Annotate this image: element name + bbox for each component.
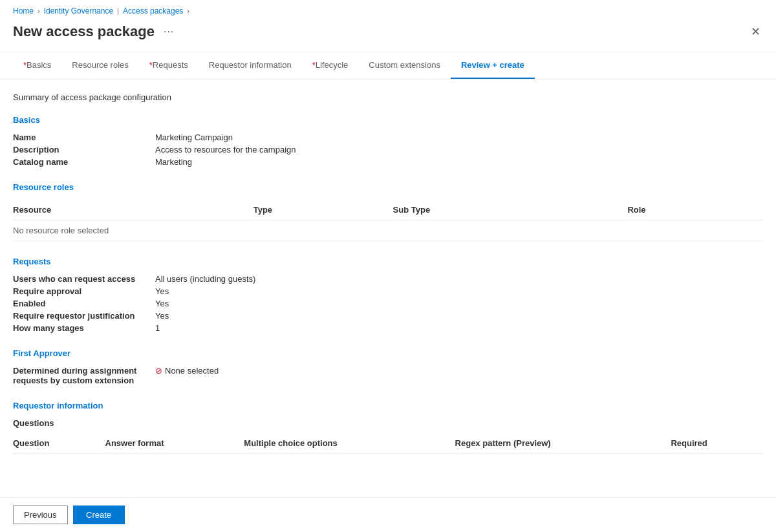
field-row-stages: How many stages 1 [13, 323, 763, 333]
resource-roles-section: Resource roles Resource Type Sub Type Ro… [13, 182, 763, 241]
col-role: Role [627, 200, 763, 220]
first-approver-section-title[interactable]: First Approver [13, 348, 763, 358]
previous-button[interactable]: Previous [13, 505, 68, 524]
questions-table: Question Answer format Multiple choice o… [13, 433, 763, 454]
field-label-stages: How many stages [13, 323, 155, 333]
field-row-who-can-request: Users who can request access All users (… [13, 274, 763, 284]
field-label-require-approval: Require approval [13, 286, 155, 296]
requestor-information-section-title[interactable]: Requestor information [13, 401, 763, 410]
col-subtype: Sub Type [393, 200, 628, 220]
requestor-information-section: Requestor information Questions Question… [13, 401, 763, 454]
resource-roles-section-title[interactable]: Resource roles [13, 182, 763, 192]
breadcrumb-home[interactable]: Home [13, 6, 34, 16]
field-label-enabled: Enabled [13, 299, 155, 308]
breadcrumb-access-packages[interactable]: Access packages [123, 6, 183, 16]
page-title: New access package [13, 23, 155, 40]
field-row-description: Description Access to resources for the … [13, 145, 763, 154]
field-label-first-approver: Determined during assignment requests by… [13, 366, 155, 385]
basics-section-title[interactable]: Basics [13, 115, 763, 125]
tab-review-create[interactable]: Review + create [451, 52, 535, 79]
col-answer-format: Answer format [105, 433, 244, 454]
tab-custom-extensions[interactable]: Custom extensions [358, 52, 451, 79]
field-value-stages: 1 [155, 323, 160, 333]
col-type: Type [253, 200, 393, 220]
tab-requests[interactable]: *Requests [139, 52, 199, 79]
col-question: Question [13, 433, 105, 454]
requests-section: Requests Users who can request access Al… [13, 257, 763, 333]
field-label-who-can-request: Users who can request access [13, 274, 155, 284]
field-row-catalog-name: Catalog name Marketing [13, 157, 763, 167]
resource-roles-table: Resource Type Sub Type Role No resource … [13, 200, 763, 241]
breadcrumb-sep-2: | [117, 7, 119, 15]
col-resource: Resource [13, 200, 253, 220]
field-value-require-justification: Yes [155, 311, 169, 321]
first-approver-value: ⊘ None selected [155, 366, 219, 376]
field-label-require-justification: Require requestor justification [13, 311, 155, 321]
content-area: Summary of access package configuration … [0, 80, 776, 508]
col-multiple-choice: Multiple choice options [244, 433, 455, 454]
page-header: New access package ··· ✕ [0, 19, 776, 52]
field-label-catalog-name: Catalog name [13, 157, 155, 167]
first-approver-section: First Approver Determined during assignm… [13, 348, 763, 385]
col-required: Required [671, 433, 763, 454]
breadcrumb-sep-1: › [38, 7, 40, 15]
breadcrumb-sep-3: › [187, 7, 189, 15]
page-title-row: New access package ··· [13, 23, 177, 40]
field-row-enabled: Enabled Yes [13, 299, 763, 308]
summary-text: Summary of access package configuration [13, 92, 763, 102]
questions-label: Questions [13, 418, 763, 428]
tabs-navigation: *Basics Resource roles *Requests Request… [0, 52, 776, 80]
field-value-description: Access to resources for the campaign [155, 145, 296, 154]
tab-requestor-information[interactable]: Requestor information [199, 52, 302, 79]
no-resource-message: No resource role selected [13, 220, 763, 241]
field-label-name: Name [13, 133, 155, 142]
tab-resource-roles[interactable]: Resource roles [61, 52, 138, 79]
close-button[interactable]: ✕ [748, 22, 763, 41]
field-row-require-approval: Require approval Yes [13, 286, 763, 296]
field-row-require-justification: Require requestor justification Yes [13, 311, 763, 321]
field-row-name: Name Marketing Campaign [13, 133, 763, 142]
no-resource-row: No resource role selected [13, 220, 763, 241]
tab-lifecycle[interactable]: *Lifecycle [302, 52, 359, 79]
footer-bar: Previous Create [0, 497, 776, 532]
error-icon: ⊘ [155, 366, 162, 376]
field-row-first-approver: Determined during assignment requests by… [13, 366, 763, 385]
ellipsis-button[interactable]: ··· [161, 25, 177, 39]
requests-fields: Users who can request access All users (… [13, 274, 763, 333]
basics-fields: Name Marketing Campaign Description Acce… [13, 133, 763, 167]
requests-section-title[interactable]: Requests [13, 257, 763, 266]
field-value-who-can-request: All users (including guests) [155, 274, 255, 284]
field-value-name: Marketing Campaign [155, 133, 233, 142]
breadcrumb: Home › Identity Governance | Access pack… [0, 0, 776, 19]
field-value-require-approval: Yes [155, 286, 169, 296]
create-button[interactable]: Create [73, 505, 125, 524]
field-value-enabled: Yes [155, 299, 169, 308]
col-regex-pattern: Regex pattern (Preview) [455, 433, 671, 454]
breadcrumb-identity-governance[interactable]: Identity Governance [44, 6, 113, 16]
basics-section: Basics Name Marketing Campaign Descripti… [13, 115, 763, 167]
field-label-description: Description [13, 145, 155, 154]
field-value-catalog-name: Marketing [155, 157, 192, 167]
tab-basics[interactable]: *Basics [13, 52, 61, 79]
